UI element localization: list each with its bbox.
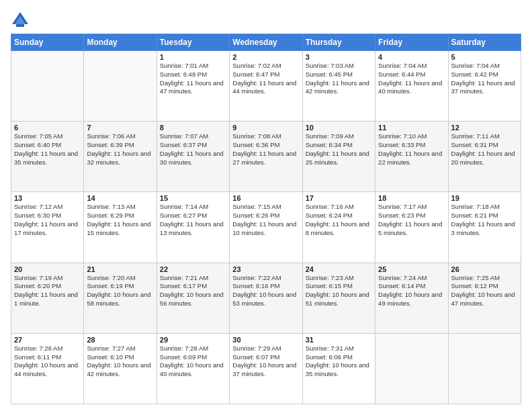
day-number: 8 (160, 124, 226, 132)
day-number: 7 (87, 124, 153, 132)
calendar-cell: 8Sunrise: 7:07 AM Sunset: 6:37 PM Daylig… (157, 122, 229, 192)
calendar-cell: 11Sunrise: 7:10 AM Sunset: 6:33 PM Dayli… (375, 122, 448, 192)
calendar-cell: 24Sunrise: 7:23 AM Sunset: 6:15 PM Dayli… (302, 263, 375, 333)
day-number: 5 (451, 53, 518, 61)
day-content: Sunrise: 7:25 AM Sunset: 6:12 PM Dayligh… (451, 274, 518, 308)
day-content: Sunrise: 7:31 AM Sunset: 6:06 PM Dayligh… (306, 345, 372, 379)
day-content: Sunrise: 7:29 AM Sunset: 6:07 PM Dayligh… (232, 345, 299, 379)
calendar-header-thursday: Thursday (302, 34, 375, 51)
day-content: Sunrise: 7:04 AM Sunset: 6:42 PM Dayligh… (451, 62, 518, 96)
calendar-cell: 2Sunrise: 7:02 AM Sunset: 6:47 PM Daylig… (230, 51, 302, 122)
day-content: Sunrise: 7:02 AM Sunset: 6:47 PM Dayligh… (232, 62, 299, 96)
day-content: Sunrise: 7:07 AM Sunset: 6:37 PM Dayligh… (160, 132, 226, 167)
calendar-cell: 26Sunrise: 7:25 AM Sunset: 6:12 PM Dayli… (448, 263, 521, 333)
day-content: Sunrise: 7:26 AM Sunset: 6:11 PM Dayligh… (14, 345, 81, 379)
day-number: 22 (160, 265, 226, 273)
day-content: Sunrise: 7:22 AM Sunset: 6:16 PM Dayligh… (232, 274, 299, 308)
day-number: 11 (378, 124, 445, 132)
calendar-week-2: 13Sunrise: 7:12 AM Sunset: 6:30 PM Dayli… (11, 192, 521, 263)
calendar-cell: 3Sunrise: 7:03 AM Sunset: 6:45 PM Daylig… (302, 51, 375, 122)
day-content: Sunrise: 7:13 AM Sunset: 6:29 PM Dayligh… (87, 203, 153, 237)
day-number: 27 (14, 336, 81, 344)
day-number: 9 (232, 124, 299, 132)
calendar-cell: 7Sunrise: 7:06 AM Sunset: 6:39 PM Daylig… (84, 122, 157, 192)
day-content: Sunrise: 7:20 AM Sunset: 6:19 PM Dayligh… (87, 274, 153, 308)
day-number: 21 (87, 265, 153, 273)
day-number: 12 (451, 124, 518, 132)
day-number: 4 (378, 53, 445, 61)
day-number: 30 (232, 336, 299, 344)
day-number: 6 (14, 124, 81, 132)
day-number: 26 (451, 265, 518, 273)
calendar-header-row: SundayMondayTuesdayWednesdayThursdayFrid… (11, 34, 521, 51)
day-content: Sunrise: 7:01 AM Sunset: 6:48 PM Dayligh… (160, 62, 226, 96)
calendar-cell (11, 51, 84, 122)
calendar-header-tuesday: Tuesday (157, 34, 229, 51)
calendar-cell: 19Sunrise: 7:18 AM Sunset: 6:21 PM Dayli… (448, 192, 521, 263)
calendar-cell: 13Sunrise: 7:12 AM Sunset: 6:30 PM Dayli… (11, 192, 84, 263)
day-number: 2 (232, 53, 299, 61)
calendar-header-monday: Monday (84, 34, 157, 51)
calendar-cell: 21Sunrise: 7:20 AM Sunset: 6:19 PM Dayli… (84, 263, 157, 333)
day-content: Sunrise: 7:08 AM Sunset: 6:36 PM Dayligh… (232, 132, 299, 167)
calendar-cell (375, 333, 448, 404)
day-content: Sunrise: 7:05 AM Sunset: 6:40 PM Dayligh… (14, 132, 81, 167)
day-content: Sunrise: 7:04 AM Sunset: 6:44 PM Dayligh… (378, 62, 445, 96)
day-content: Sunrise: 7:19 AM Sunset: 6:20 PM Dayligh… (14, 274, 81, 308)
calendar-cell (448, 333, 521, 404)
calendar-cell: 31Sunrise: 7:31 AM Sunset: 6:06 PM Dayli… (302, 333, 375, 404)
calendar-cell (84, 51, 157, 122)
day-content: Sunrise: 7:18 AM Sunset: 6:21 PM Dayligh… (451, 203, 518, 237)
calendar-cell: 22Sunrise: 7:21 AM Sunset: 6:17 PM Dayli… (157, 263, 229, 333)
page: SundayMondayTuesdayWednesdayThursdayFrid… (0, 0, 532, 411)
calendar-cell: 16Sunrise: 7:15 AM Sunset: 6:26 PM Dayli… (230, 192, 302, 263)
calendar-table: SundayMondayTuesdayWednesdayThursdayFrid… (11, 34, 521, 404)
day-number: 19 (451, 194, 518, 202)
calendar-cell: 4Sunrise: 7:04 AM Sunset: 6:44 PM Daylig… (375, 51, 448, 122)
day-content: Sunrise: 7:11 AM Sunset: 6:31 PM Dayligh… (451, 132, 518, 167)
logo-icon (11, 11, 30, 30)
calendar-header-saturday: Saturday (448, 34, 521, 51)
day-number: 24 (306, 265, 372, 273)
day-content: Sunrise: 7:14 AM Sunset: 6:27 PM Dayligh… (160, 203, 226, 237)
calendar-week-3: 20Sunrise: 7:19 AM Sunset: 6:20 PM Dayli… (11, 263, 521, 333)
calendar-cell: 14Sunrise: 7:13 AM Sunset: 6:29 PM Dayli… (84, 192, 157, 263)
day-content: Sunrise: 7:12 AM Sunset: 6:30 PM Dayligh… (14, 203, 81, 237)
day-number: 3 (306, 53, 372, 61)
day-number: 15 (160, 194, 226, 202)
day-content: Sunrise: 7:16 AM Sunset: 6:24 PM Dayligh… (306, 203, 372, 237)
day-number: 16 (232, 194, 299, 202)
logo (11, 11, 32, 30)
calendar-cell: 9Sunrise: 7:08 AM Sunset: 6:36 PM Daylig… (230, 122, 302, 192)
calendar-cell: 10Sunrise: 7:09 AM Sunset: 6:34 PM Dayli… (302, 122, 375, 192)
day-number: 28 (87, 336, 153, 344)
day-number: 23 (232, 265, 299, 273)
calendar-cell: 28Sunrise: 7:27 AM Sunset: 6:10 PM Dayli… (84, 333, 157, 404)
day-number: 20 (14, 265, 81, 273)
calendar-cell: 29Sunrise: 7:28 AM Sunset: 6:09 PM Dayli… (157, 333, 229, 404)
calendar-header-sunday: Sunday (11, 34, 84, 51)
calendar-cell: 23Sunrise: 7:22 AM Sunset: 6:16 PM Dayli… (230, 263, 302, 333)
day-number: 18 (378, 194, 445, 202)
calendar-week-4: 27Sunrise: 7:26 AM Sunset: 6:11 PM Dayli… (11, 333, 521, 404)
day-content: Sunrise: 7:23 AM Sunset: 6:15 PM Dayligh… (306, 274, 372, 308)
day-content: Sunrise: 7:06 AM Sunset: 6:39 PM Dayligh… (87, 132, 153, 167)
calendar-header-wednesday: Wednesday (230, 34, 302, 51)
day-number: 1 (160, 53, 226, 61)
calendar-header-friday: Friday (375, 34, 448, 51)
day-number: 29 (160, 336, 226, 344)
day-content: Sunrise: 7:15 AM Sunset: 6:26 PM Dayligh… (232, 203, 299, 237)
day-content: Sunrise: 7:09 AM Sunset: 6:34 PM Dayligh… (306, 132, 372, 167)
calendar-cell: 18Sunrise: 7:17 AM Sunset: 6:23 PM Dayli… (375, 192, 448, 263)
calendar-cell: 15Sunrise: 7:14 AM Sunset: 6:27 PM Dayli… (157, 192, 229, 263)
day-number: 10 (306, 124, 372, 132)
day-content: Sunrise: 7:27 AM Sunset: 6:10 PM Dayligh… (87, 345, 153, 379)
calendar-cell: 30Sunrise: 7:29 AM Sunset: 6:07 PM Dayli… (230, 333, 302, 404)
calendar-cell: 25Sunrise: 7:24 AM Sunset: 6:14 PM Dayli… (375, 263, 448, 333)
day-number: 14 (87, 194, 153, 202)
day-number: 31 (306, 336, 372, 344)
calendar-cell: 6Sunrise: 7:05 AM Sunset: 6:40 PM Daylig… (11, 122, 84, 192)
calendar-week-1: 6Sunrise: 7:05 AM Sunset: 6:40 PM Daylig… (11, 122, 521, 192)
calendar-week-0: 1Sunrise: 7:01 AM Sunset: 6:48 PM Daylig… (11, 51, 521, 122)
day-content: Sunrise: 7:24 AM Sunset: 6:14 PM Dayligh… (378, 274, 445, 308)
